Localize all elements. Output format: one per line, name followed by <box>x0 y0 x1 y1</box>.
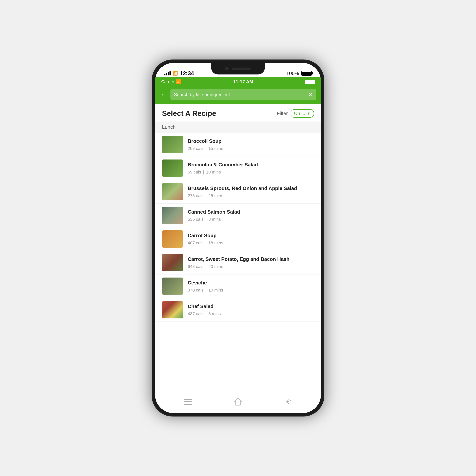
phone-notch <box>211 63 265 74</box>
recipe-info: Broccoli Soup203 cals|15 mins <box>188 138 314 151</box>
recipe-name: Broccoli Soup <box>188 138 314 145</box>
list-item[interactable]: Broccoli Soup203 cals|15 mins <box>155 133 321 156</box>
filter-dropdown[interactable]: On ... ▼ <box>290 109 314 118</box>
svg-rect-2 <box>184 404 192 405</box>
main-content: Select A Recipe Filter On ... ▼ Lunch Br… <box>155 104 321 392</box>
back-icon <box>284 398 292 407</box>
back-button[interactable]: ← <box>160 90 167 99</box>
recipe-name: Ceviche <box>188 280 314 286</box>
svg-marker-3 <box>235 398 241 405</box>
recipe-image <box>162 254 183 271</box>
separator: | <box>205 146 206 151</box>
filter-label: Filter <box>277 111 288 117</box>
recipe-cals: 535 cals <box>188 217 204 222</box>
recipe-meta: 69 cals|10 mins <box>188 170 314 175</box>
battery-icon <box>301 71 312 76</box>
recipe-list[interactable]: Broccoli Soup203 cals|15 minsBroccolini … <box>155 133 321 392</box>
recipe-image <box>162 207 183 224</box>
recipe-info: Broccolini & Cucumber Salad69 cals|10 mi… <box>188 162 314 175</box>
recipe-image <box>162 230 183 248</box>
separator: | <box>205 264 206 269</box>
battery-fill <box>302 72 311 75</box>
recipe-meta: 487 cals|5 mins <box>188 311 314 316</box>
list-item[interactable]: Brussels Sprouts, Red Onion and Apple Sa… <box>155 180 321 204</box>
separator: | <box>205 311 206 316</box>
menu-nav-button[interactable] <box>178 396 198 409</box>
carrier-right <box>305 80 315 84</box>
recipe-name: Brussels Sprouts, Red Onion and Apple Sa… <box>188 185 314 192</box>
list-item[interactable]: Carrot, Sweet Potato, Egg and Bacon Hash… <box>155 251 321 274</box>
list-item[interactable]: Carrot Soup407 cals|18 mins <box>155 227 321 251</box>
svg-rect-0 <box>184 399 192 400</box>
recipe-meta: 275 cals|25 mins <box>188 193 314 198</box>
svg-rect-1 <box>184 401 192 402</box>
separator: | <box>205 288 206 292</box>
carrier-status-bar: Carrier 📶 11:17 AM <box>155 77 321 87</box>
recipe-mins: 10 mins <box>208 288 223 292</box>
recipe-name: Chef Salad <box>188 303 314 310</box>
list-item[interactable]: Ceviche370 cals|10 mins <box>155 274 321 298</box>
battery-percent: 100% <box>286 70 299 76</box>
search-bar: ← Search by title or ingredient ✕ <box>155 87 321 104</box>
system-time: 12:34 <box>180 70 194 77</box>
category-label: Lunch <box>162 124 176 130</box>
carrier-battery-icon <box>305 80 315 84</box>
list-item[interactable]: Broccolini & Cucumber Salad69 cals|10 mi… <box>155 156 321 180</box>
wifi-icon: 📶 <box>172 71 178 76</box>
phone-device: 📶 12:34 100% Carrier 📶 11:17 AM ← <box>152 60 324 416</box>
phone-screen: 📶 12:34 100% Carrier 📶 11:17 AM ← <box>155 63 321 413</box>
content-header: Select A Recipe Filter On ... ▼ <box>155 104 321 121</box>
camera <box>225 67 229 70</box>
recipe-cals: 275 cals <box>188 193 204 198</box>
recipe-cals: 487 cals <box>188 311 204 316</box>
separator: | <box>203 170 204 174</box>
page-title: Select A Recipe <box>162 109 216 118</box>
recipe-image <box>162 277 183 295</box>
recipe-info: Ceviche370 cals|10 mins <box>188 280 314 293</box>
recipe-info: Canned Salmon Salad535 cals|8 mins <box>188 209 314 222</box>
search-input-container[interactable]: Search by title or ingredient ✕ <box>170 89 316 100</box>
recipe-mins: 5 mins <box>208 311 221 316</box>
recipe-image <box>162 136 183 153</box>
list-item[interactable]: Chef Salad487 cals|5 mins <box>155 298 321 322</box>
recipe-mins: 8 mins <box>208 217 221 222</box>
recipe-cals: 69 cals <box>188 170 201 174</box>
recipe-mins: 25 mins <box>208 193 223 198</box>
speaker <box>232 68 251 70</box>
status-right: 100% <box>286 70 312 76</box>
recipe-info: Carrot, Sweet Potato, Egg and Bacon Hash… <box>188 256 314 269</box>
back-nav-button[interactable] <box>278 396 298 409</box>
home-nav-button[interactable] <box>228 396 248 409</box>
recipe-info: Carrot Soup407 cals|18 mins <box>188 232 314 245</box>
separator: | <box>205 217 206 222</box>
recipe-mins: 15 mins <box>208 146 223 151</box>
menu-icon <box>184 398 192 407</box>
category-header: Lunch <box>155 121 321 133</box>
clear-search-button[interactable]: ✕ <box>308 91 313 98</box>
recipe-meta: 407 cals|18 mins <box>188 240 314 245</box>
recipe-cals: 643 cals <box>188 264 204 269</box>
bottom-nav <box>155 392 321 413</box>
recipe-meta: 370 cals|10 mins <box>188 288 314 293</box>
recipe-image <box>162 183 183 200</box>
recipe-info: Brussels Sprouts, Red Onion and Apple Sa… <box>188 185 314 198</box>
recipe-meta: 535 cals|8 mins <box>188 217 314 222</box>
recipe-cals: 203 cals <box>188 146 204 151</box>
recipe-info: Chef Salad487 cals|5 mins <box>188 303 314 316</box>
recipe-image <box>162 301 183 318</box>
recipe-name: Broccolini & Cucumber Salad <box>188 162 314 168</box>
separator: | <box>205 193 206 198</box>
recipe-cals: 370 cals <box>188 288 204 292</box>
carrier-time: 11:17 AM <box>233 79 253 85</box>
recipe-mins: 10 mins <box>206 170 221 174</box>
recipe-mins: 20 mins <box>208 264 223 269</box>
filter-row: Filter On ... ▼ <box>277 109 314 118</box>
filter-value: On ... <box>294 111 305 116</box>
home-icon <box>234 397 242 408</box>
recipe-cals: 407 cals <box>188 240 204 245</box>
recipe-meta: 203 cals|15 mins <box>188 146 314 151</box>
recipe-meta: 643 cals|20 mins <box>188 264 314 269</box>
search-input[interactable]: Search by title or ingredient <box>174 92 306 97</box>
list-item[interactable]: Canned Salmon Salad535 cals|8 mins <box>155 204 321 227</box>
recipe-mins: 18 mins <box>208 240 223 245</box>
